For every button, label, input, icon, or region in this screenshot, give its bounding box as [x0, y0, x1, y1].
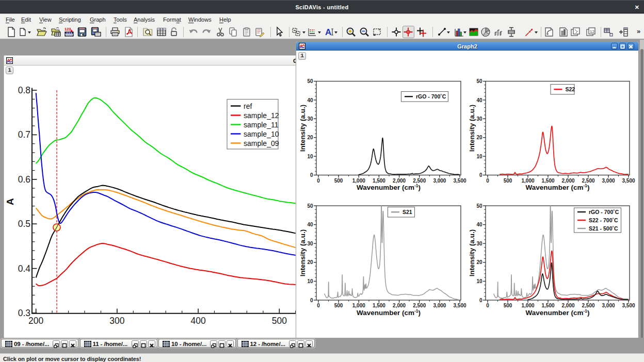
svg-text:1,500: 1,500: [541, 178, 554, 184]
svg-text:2,500: 2,500: [582, 303, 594, 308]
svg-text:500: 500: [504, 303, 512, 308]
svg-text:50: 50: [307, 203, 313, 209]
svg-text:Intensity (a.u.): Intensity (a.u.): [468, 229, 476, 277]
svg-text:10: 10: [476, 278, 482, 284]
svg-text:40: 40: [307, 222, 313, 227]
svg-text:0: 0: [479, 298, 482, 303]
svg-text:Wavenumber (cm-1): Wavenumber (cm-1): [357, 308, 421, 317]
svg-text:Intensity (a.u.): Intensity (a.u.): [299, 229, 307, 277]
svg-text:0: 0: [479, 172, 482, 178]
svg-text:12: 12: [590, 29, 594, 34]
svg-text:500: 500: [334, 303, 343, 308]
svg-text:400: 400: [190, 316, 205, 326]
svg-text:2,500: 2,500: [413, 303, 426, 308]
svg-text:S22: S22: [566, 86, 575, 92]
svg-text:1,000: 1,000: [521, 178, 534, 184]
svg-text:10: 10: [307, 278, 313, 284]
svg-text:A: A: [325, 27, 331, 37]
svg-text:10: 10: [476, 154, 482, 159]
svg-text:0: 0: [317, 303, 320, 308]
svg-text:2,000: 2,000: [393, 303, 406, 308]
svg-text:0.8: 0.8: [18, 85, 30, 95]
svg-text:2,500: 2,500: [413, 178, 426, 184]
svg-text:500: 500: [272, 316, 287, 326]
svg-text:S21 - 500˚C: S21 - 500˚C: [589, 225, 618, 232]
svg-text:3,000: 3,000: [602, 303, 615, 308]
svg-text:50: 50: [476, 78, 482, 84]
svg-text:sample_10: sample_10: [244, 130, 279, 138]
svg-text:0.6: 0.6: [18, 174, 30, 185]
svg-text:0: 0: [486, 178, 489, 184]
svg-text:S21: S21: [403, 209, 412, 215]
svg-text:S22 - 700˚C: S22 - 700˚C: [589, 217, 618, 223]
svg-text:0: 0: [310, 172, 313, 178]
svg-text:2,000: 2,000: [561, 303, 574, 308]
svg-text:2,500: 2,500: [582, 178, 594, 184]
svg-text:20: 20: [307, 259, 313, 265]
svg-text:40: 40: [476, 222, 482, 227]
svg-text:50: 50: [476, 203, 482, 209]
svg-text:1,000: 1,000: [521, 303, 534, 308]
svg-text:10: 10: [307, 154, 313, 159]
svg-text:123: 123: [65, 27, 71, 31]
svg-text:3,000: 3,000: [602, 178, 615, 184]
svg-text:3,000: 3,000: [433, 303, 446, 308]
svg-text:30: 30: [307, 116, 313, 122]
svg-text:sample_11: sample_11: [244, 121, 279, 129]
svg-text:rGO - 700˚C: rGO - 700˚C: [589, 209, 619, 215]
svg-text:0: 0: [486, 303, 489, 308]
svg-text:40: 40: [307, 97, 313, 103]
svg-text:Intensity (a.u.): Intensity (a.u.): [299, 105, 307, 152]
svg-text:1,000: 1,000: [352, 178, 365, 184]
svg-text:sample_09: sample_09: [244, 139, 279, 147]
svg-text:Wavenumber (cm-1): Wavenumber (cm-1): [357, 183, 421, 191]
svg-text:rGO - 700˚C: rGO - 700˚C: [416, 93, 446, 100]
svg-text:1,500: 1,500: [373, 303, 385, 308]
svg-text:0: 0: [317, 178, 320, 184]
svg-text:1,500: 1,500: [373, 178, 385, 184]
svg-text:500: 500: [504, 178, 512, 184]
svg-text:ref: ref: [244, 102, 252, 110]
svg-text:0.7: 0.7: [18, 129, 30, 140]
svg-text:3,500: 3,500: [453, 178, 466, 184]
svg-text:3,500: 3,500: [453, 303, 466, 308]
svg-text:500: 500: [334, 178, 343, 184]
svg-text:20: 20: [476, 135, 482, 140]
svg-text:300: 300: [109, 316, 124, 326]
svg-text:40: 40: [476, 97, 482, 103]
svg-text:1,000: 1,000: [352, 303, 365, 308]
svg-text:Intensity (a.u.): Intensity (a.u.): [468, 105, 476, 152]
svg-text:3,500: 3,500: [622, 178, 635, 184]
svg-text:20: 20: [307, 135, 313, 140]
svg-text:2,000: 2,000: [393, 178, 406, 184]
svg-text:2,000: 2,000: [561, 178, 574, 184]
svg-text:Wavenumber (cm-1): Wavenumber (cm-1): [525, 308, 589, 317]
svg-text:sample_12: sample_12: [244, 111, 279, 120]
svg-text:30: 30: [476, 116, 482, 122]
svg-text:1,500: 1,500: [541, 303, 554, 308]
svg-text:3,000: 3,000: [433, 178, 446, 184]
svg-text:A: A: [5, 198, 15, 205]
svg-text:30: 30: [476, 241, 482, 246]
svg-text:0.5: 0.5: [18, 219, 30, 229]
svg-text:20: 20: [476, 259, 482, 265]
svg-text:0.4: 0.4: [18, 264, 31, 274]
svg-text:0: 0: [310, 298, 313, 303]
svg-text:Wavenumber (cm-1): Wavenumber (cm-1): [525, 183, 589, 191]
svg-text:3,500: 3,500: [622, 303, 635, 308]
svg-text:200: 200: [28, 316, 43, 326]
svg-text:30: 30: [307, 241, 313, 246]
svg-text:50: 50: [307, 78, 313, 84]
